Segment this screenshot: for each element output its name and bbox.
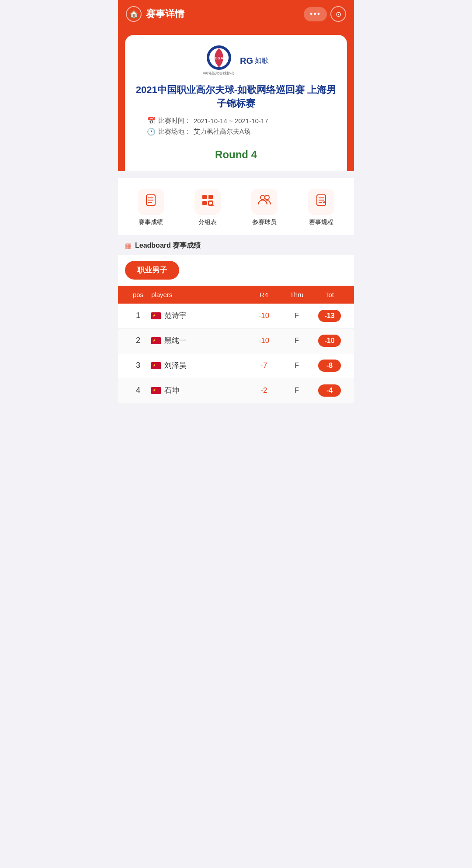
col-header-tot: Tot [312,291,347,298]
player-flag: ★ [151,337,161,344]
category-row: 职业男子 [118,255,354,286]
groups-icon-wrap [194,189,221,215]
row-pos: 4 [125,386,151,395]
row-r4: -10 [246,336,281,345]
svg-rect-7 [202,195,207,199]
player-name: 范诗宇 [164,311,187,321]
home-icon[interactable]: 🏠 [126,6,142,22]
rg-logo: RG 如歌 [240,56,269,66]
rules-icon-wrap [308,189,334,215]
event-title: 2021中国职业高尔夫球-如歌网络巡回赛 上海男子锦标赛 [134,83,338,111]
row-player: ★ 刘泽昊 [151,360,246,370]
svg-rect-9 [202,201,207,205]
leaderboard-section-title: Leadboard 赛事成绩 [135,241,201,250]
row-thru: F [281,311,312,320]
calendar-icon: 📅 [147,117,156,125]
nav-item-rules[interactable]: 赛事规程 [308,189,334,226]
event-date-value: 2021-10-14 ~ 2021-10-17 [194,117,268,124]
col-header-r4: R4 [246,291,281,298]
nav-item-scores[interactable]: 赛事成绩 [138,189,164,226]
players-icon [257,193,271,210]
event-venue-row: 🕐 比赛场地： 艾力枫社高尔夫A场 [147,128,250,136]
page-title: 赛事详情 [146,7,184,21]
row-thru: F [281,336,312,345]
svg-text:CGA: CGA [215,56,224,60]
row-r4: -2 [246,386,281,395]
rg-cn-text: 如歌 [255,56,269,66]
leaderboard-icon: ▦ [125,242,132,250]
col-header-players: players [151,291,246,298]
svg-text:★: ★ [153,338,156,342]
rg-text: RG [240,56,253,66]
svg-text:★: ★ [153,313,156,318]
groups-label: 分组表 [198,218,217,226]
tot-badge: -13 [318,310,341,322]
groups-icon [201,193,215,210]
svg-text:★: ★ [153,388,156,392]
col-header-thru: Thru [281,291,312,298]
table-row[interactable]: 4 ★ 石坤 -2 F -4 [118,378,354,403]
row-thru: F [281,361,312,370]
row-thru: F [281,386,312,395]
cga-sub-text: 中国高尔夫球协会 [203,71,235,76]
event-venue-value: 艾力枫社高尔夫A场 [194,128,250,136]
round-label: Round 4 [134,149,338,163]
nav-item-groups[interactable]: 分组表 [194,189,221,226]
record-button[interactable]: ⊙ [330,6,346,22]
leaderboard-header: pos players R4 Thru Tot [118,286,354,304]
row-player: ★ 范诗宇 [151,311,246,321]
player-name: 刘泽昊 [164,360,187,370]
row-player: ★ 石坤 [151,385,246,395]
category-button[interactable]: 职业男子 [125,261,179,280]
event-card: CGA 中国高尔夫球协会 RG 如歌 2021中国职业高尔夫球-如歌网络巡回赛 … [125,35,347,171]
event-date-row: 📅 比赛时间： 2021-10-14 ~ 2021-10-17 [147,117,268,125]
scores-icon-wrap [138,189,164,215]
table-row[interactable]: 1 ★ 范诗宇 -10 F -13 [118,304,354,329]
row-r4: -7 [246,361,281,370]
tot-badge: -10 [318,335,341,347]
player-name: 石坤 [164,385,179,395]
player-flag: ★ [151,362,161,369]
row-tot: -8 [312,360,347,372]
record-icon: ⊙ [336,10,341,18]
event-info: 📅 比赛时间： 2021-10-14 ~ 2021-10-17 🕐 比赛场地： … [134,117,338,136]
rules-label: 赛事规程 [309,218,333,226]
svg-rect-8 [208,195,213,199]
event-card-wrapper: CGA 中国高尔夫球协会 RG 如歌 2021中国职业高尔夫球-如歌网络巡回赛 … [118,28,354,171]
col-header-pos: pos [125,291,151,298]
svg-point-14 [265,195,269,200]
row-tot: -10 [312,335,347,347]
row-pos: 3 [125,361,151,370]
svg-text:★: ★ [153,363,156,367]
nav-item-players[interactable]: 参赛球员 [251,189,278,226]
table-row[interactable]: 2 ★ 黑纯一 -10 F -10 [118,329,354,353]
scores-label: 赛事成绩 [139,218,163,226]
player-flag: ★ [151,312,161,319]
row-pos: 1 [125,311,151,320]
leaderboard-section-header: ▦ Leadboard 赛事成绩 [118,235,354,255]
tot-badge: -4 [318,384,341,397]
header-left: 🏠 赛事详情 [126,6,184,22]
event-venue-label: 比赛场地： [158,128,191,136]
scores-icon [144,193,158,210]
event-logos: CGA 中国高尔夫球协会 RG 如歌 [134,45,338,76]
players-label: 参赛球员 [252,218,277,226]
player-name: 黑纯一 [164,335,187,346]
header-right: ••• ⊙ [304,6,346,22]
leaderboard-table: pos players R4 Thru Tot 1 ★ 范诗宇 -10 F -1… [118,286,354,403]
table-row[interactable]: 3 ★ 刘泽昊 -7 F -8 [118,353,354,378]
row-pos: 2 [125,336,151,345]
tot-badge: -8 [318,360,341,372]
more-button[interactable]: ••• [304,7,327,21]
clock-icon: 🕐 [147,128,156,136]
row-r4: -10 [246,311,281,320]
rules-icon [314,193,328,210]
card-divider [134,143,338,143]
players-icon-wrap [251,189,278,215]
row-player: ★ 黑纯一 [151,335,246,346]
player-flag: ★ [151,387,161,394]
cga-logo: CGA 中国高尔夫球协会 [203,45,235,76]
row-tot: -4 [312,384,347,397]
event-date-label: 比赛时间： [158,117,191,125]
quick-nav: 赛事成绩 分组表 [118,178,354,235]
